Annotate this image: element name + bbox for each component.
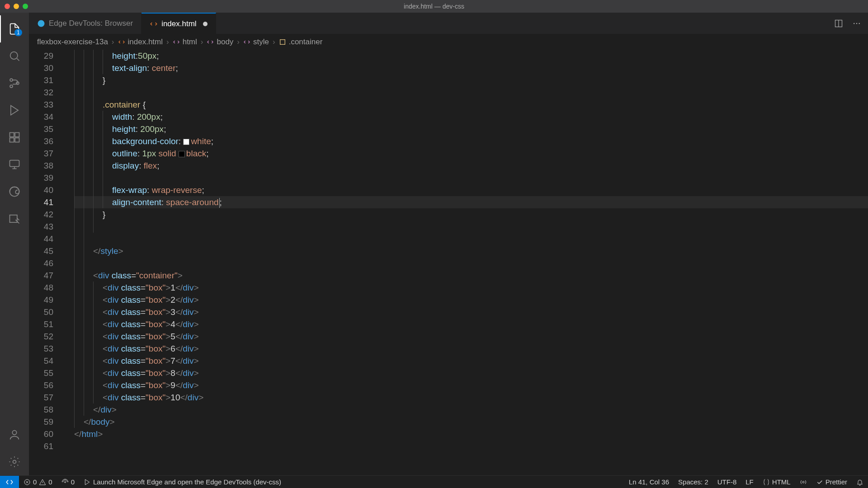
svg-point-20 — [64, 481, 66, 483]
breadcrumb-container[interactable]: .container — [279, 38, 323, 47]
status-bar: 0 0 0 Launch Microsoft Edge and open the… — [0, 475, 868, 488]
check-icon — [816, 479, 823, 486]
window-titlebar: index.html — dev-css — [0, 0, 868, 13]
activity-bar: 1 — [0, 13, 29, 475]
status-indentation[interactable]: Spaces: 2 — [674, 476, 713, 488]
chevron-right-icon: › — [166, 38, 169, 47]
status-encoding[interactable]: UTF-8 — [713, 476, 741, 488]
status-cursor-position[interactable]: Ln 41, Col 36 — [624, 476, 674, 488]
edge-icon — [37, 19, 45, 28]
status-go-live[interactable] — [795, 476, 811, 488]
status-launch-edge[interactable]: Launch Microsoft Edge and open the Edge … — [79, 476, 286, 488]
tab-index-html[interactable]: index.html — [142, 13, 216, 34]
status-ports[interactable]: 0 — [57, 476, 79, 488]
svg-point-2 — [10, 85, 13, 88]
svg-rect-5 — [15, 133, 19, 137]
svg-rect-6 — [10, 138, 14, 142]
status-language[interactable]: HTML — [758, 476, 795, 488]
chevron-right-icon: › — [237, 38, 240, 47]
svg-point-21 — [802, 481, 804, 483]
line-number-gutter[interactable]: 2930313233343536373839404142434445464748… — [29, 50, 61, 475]
braces-icon — [763, 479, 770, 486]
status-notifications[interactable] — [852, 476, 868, 488]
activity-explorer[interactable]: 1 — [0, 15, 29, 42]
bell-icon — [856, 479, 863, 486]
activity-edge[interactable] — [0, 178, 29, 205]
svg-point-12 — [13, 460, 16, 464]
svg-point-13 — [38, 20, 45, 27]
error-icon — [24, 479, 31, 486]
breadcrumb[interactable]: flexbox-exercise-13a › index.html › html… — [29, 34, 868, 50]
tabs-bar: Edge DevTools: Browser index.html — [29, 13, 868, 34]
maximize-window-button[interactable] — [23, 4, 28, 9]
svg-point-17 — [859, 23, 860, 24]
debug-icon — [84, 479, 91, 486]
activity-remote[interactable] — [0, 151, 29, 178]
activity-run-debug[interactable] — [0, 97, 29, 124]
status-errors[interactable]: 0 0 — [19, 476, 57, 488]
activity-source-control[interactable] — [0, 70, 29, 97]
explorer-badge: 1 — [14, 29, 22, 36]
minimize-window-button[interactable] — [14, 4, 19, 9]
svg-rect-18 — [280, 40, 285, 45]
modified-indicator-icon — [203, 22, 208, 26]
remote-button[interactable] — [0, 476, 19, 488]
breadcrumb-style[interactable]: style — [243, 38, 269, 47]
breadcrumb-file[interactable]: index.html — [118, 38, 163, 47]
split-editor-button[interactable] — [834, 19, 844, 28]
activity-inspect[interactable] — [0, 205, 29, 232]
activity-settings[interactable] — [0, 448, 29, 475]
window-controls — [5, 4, 28, 9]
html-file-icon — [150, 20, 158, 28]
activity-search[interactable] — [0, 42, 29, 70]
status-prettier[interactable]: Prettier — [811, 476, 852, 488]
broadcast-icon — [800, 479, 807, 486]
chevron-right-icon: › — [112, 38, 114, 47]
code-editor[interactable]: 2930313233343536373839404142434445464748… — [29, 50, 868, 475]
chevron-right-icon: › — [201, 38, 203, 47]
warning-icon — [39, 479, 46, 486]
svg-point-0 — [10, 52, 18, 59]
window-title: index.html — dev-css — [404, 3, 464, 10]
tab-edge-devtools[interactable]: Edge DevTools: Browser — [29, 13, 142, 34]
activity-extensions[interactable] — [0, 124, 29, 151]
svg-rect-4 — [10, 133, 14, 137]
activity-accounts[interactable] — [0, 421, 29, 448]
tab-label: Edge DevTools: Browser — [49, 19, 133, 28]
close-window-button[interactable] — [5, 4, 10, 9]
radio-icon — [61, 479, 69, 486]
svg-rect-8 — [10, 160, 19, 167]
more-actions-button[interactable] — [852, 19, 862, 28]
svg-point-1 — [10, 79, 13, 81]
breadcrumb-html[interactable]: html — [173, 38, 197, 47]
svg-rect-7 — [15, 138, 19, 142]
breadcrumb-body[interactable]: body — [207, 38, 233, 47]
code-lines[interactable]: height:50px;text-align: center;}.contain… — [74, 50, 868, 475]
breadcrumb-project[interactable]: flexbox-exercise-13a — [37, 38, 108, 47]
svg-point-11 — [12, 431, 16, 435]
chevron-right-icon: › — [273, 38, 275, 47]
svg-point-15 — [854, 23, 855, 24]
svg-rect-10 — [10, 215, 17, 222]
svg-point-16 — [856, 23, 858, 24]
tab-label: index.html — [161, 19, 196, 28]
status-eol[interactable]: LF — [741, 476, 758, 488]
